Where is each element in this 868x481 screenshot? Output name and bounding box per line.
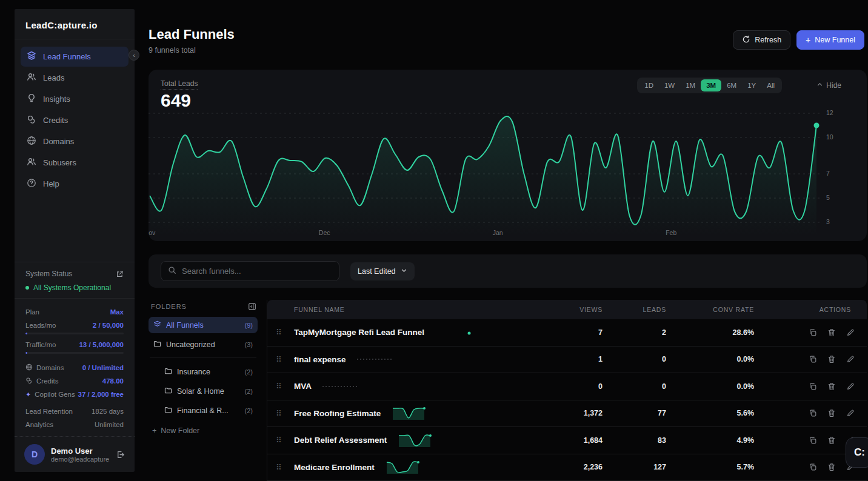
trash-icon[interactable] bbox=[827, 355, 836, 363]
user-email: demo@leadcapture.... bbox=[51, 456, 110, 463]
plan-value: Max bbox=[110, 308, 124, 316]
range-all[interactable]: All bbox=[761, 79, 780, 91]
trash-icon[interactable] bbox=[827, 436, 836, 445]
search-box[interactable] bbox=[161, 261, 339, 281]
sparkline bbox=[396, 433, 435, 448]
drag-handle[interactable]: ⠿ bbox=[276, 382, 294, 391]
duplicate-icon[interactable] bbox=[809, 436, 817, 445]
sort-dropdown[interactable]: Last Edited bbox=[350, 262, 415, 280]
user-profile[interactable]: D Demo User demo@leadcapture.... bbox=[15, 436, 135, 472]
folder-icon bbox=[164, 406, 172, 416]
sidebar-item-domains[interactable]: Domains bbox=[21, 131, 129, 151]
col-actions: ACTIONS bbox=[754, 306, 863, 313]
folder-all-funnels[interactable]: All Funnels (9) bbox=[149, 317, 258, 333]
range-3m[interactable]: 3M bbox=[701, 79, 721, 91]
table-row[interactable]: ⠿ MVA 0 0 0.0% bbox=[267, 373, 867, 400]
leads-value: 83 bbox=[603, 436, 666, 445]
drag-handle[interactable]: ⠿ bbox=[276, 328, 294, 337]
sidebar-item-label: Subusers bbox=[43, 158, 76, 167]
sparkline bbox=[356, 351, 395, 367]
trash-icon[interactable] bbox=[827, 382, 836, 391]
sidebar-item-leads[interactable]: Leads bbox=[21, 68, 129, 88]
sidebar-item-credits[interactable]: Credits bbox=[21, 110, 129, 130]
hide-chart-toggle[interactable]: Hide bbox=[816, 81, 841, 90]
leads-value: 77 bbox=[603, 409, 666, 417]
refresh-button[interactable]: Refresh bbox=[733, 30, 790, 50]
sidebar-item-insights[interactable]: Insights bbox=[21, 89, 129, 109]
logout-icon[interactable] bbox=[116, 450, 125, 459]
folder-count: (2) bbox=[245, 407, 253, 414]
sidebar-item-help[interactable]: Help bbox=[21, 174, 129, 194]
copilot-gens-label: Copilot Gens bbox=[35, 391, 75, 398]
table-row[interactable]: ⠿ Debt Relief Assessment 1,684 83 4.9% bbox=[267, 427, 867, 454]
drag-handle[interactable]: ⠿ bbox=[276, 463, 294, 472]
sidebar-item-label: Insights bbox=[43, 95, 70, 104]
external-link-icon[interactable] bbox=[116, 270, 124, 278]
table-row[interactable]: ⠿ Free Roofing Estimate 1,372 77 5.6% bbox=[267, 400, 867, 428]
views-value: 1 bbox=[539, 355, 603, 363]
funnel-name: Debt Relief Assessment bbox=[294, 436, 387, 445]
sidebar-collapse-button[interactable]: ‹ bbox=[129, 50, 139, 61]
status-dot-icon bbox=[25, 286, 29, 290]
sidebar-item-lead-funnels[interactable]: Lead Funnels bbox=[21, 47, 129, 67]
collapse-panel-icon[interactable] bbox=[248, 302, 256, 311]
folder-financial[interactable]: Financial & R... (2) bbox=[159, 402, 258, 419]
table-row[interactable]: ⠿ final expense 1 0 0.0% bbox=[267, 347, 867, 374]
trash-icon[interactable] bbox=[827, 463, 836, 471]
table-row[interactable]: ⠿ TapMyMortgage Refi Lead Funnel 7 2 28.… bbox=[267, 319, 867, 347]
range-6m[interactable]: 6M bbox=[721, 79, 742, 91]
traffic-progress-bar bbox=[25, 352, 124, 354]
search-input[interactable] bbox=[182, 267, 332, 276]
duplicate-icon[interactable] bbox=[809, 382, 817, 391]
folders-panel: FOLDERS All Funnels (9) Uncategorized (3… bbox=[149, 300, 258, 440]
sparkline bbox=[384, 459, 423, 475]
views-value: 1,372 bbox=[539, 409, 603, 417]
duplicate-icon[interactable] bbox=[809, 328, 817, 337]
views-value: 7 bbox=[539, 328, 603, 337]
y-tick-label: 12 bbox=[826, 109, 833, 116]
search-icon bbox=[168, 266, 176, 277]
edit-icon[interactable] bbox=[846, 409, 855, 417]
assistant-fab-button[interactable]: C: bbox=[846, 437, 868, 468]
drag-handle[interactable]: ⠿ bbox=[276, 436, 294, 445]
range-1m[interactable]: 1M bbox=[680, 79, 701, 91]
trash-icon[interactable] bbox=[827, 328, 836, 337]
funnel-name: final expense bbox=[294, 355, 346, 364]
edit-icon[interactable] bbox=[846, 355, 855, 363]
plus-icon: + bbox=[806, 35, 810, 45]
folder-uncategorized[interactable]: Uncategorized (3) bbox=[149, 336, 258, 353]
col-conv-rate: CONV RATE bbox=[666, 306, 754, 313]
folder-insurance[interactable]: Insurance (2) bbox=[159, 363, 258, 380]
folders-title: FOLDERS bbox=[151, 303, 187, 310]
range-1w[interactable]: 1W bbox=[659, 79, 680, 91]
funnel-name: Medicare Enrollment bbox=[294, 463, 375, 472]
domains-value: 0 / Unlimited bbox=[82, 364, 124, 371]
duplicate-icon[interactable] bbox=[809, 463, 817, 471]
sparkline bbox=[390, 405, 429, 421]
duplicate-icon[interactable] bbox=[809, 409, 817, 417]
drag-handle[interactable]: ⠿ bbox=[276, 355, 294, 364]
range-1d[interactable]: 1D bbox=[639, 79, 659, 91]
folder-label: Solar & Home bbox=[177, 387, 224, 396]
new-folder-button[interactable]: + New Folder bbox=[149, 422, 258, 440]
sidebar-item-label: Domains bbox=[43, 137, 74, 146]
range-1y[interactable]: 1Y bbox=[742, 79, 761, 91]
table-row[interactable]: ⠿ Medicare Enrollment 2,236 127 5.7% bbox=[267, 454, 867, 481]
folder-count: (3) bbox=[245, 341, 253, 348]
conv-rate-value: 5.6% bbox=[666, 409, 754, 417]
sidebar-item-subusers[interactable]: Subusers bbox=[21, 153, 129, 173]
funnel-name: Free Roofing Estimate bbox=[294, 409, 381, 418]
folder-solar-home[interactable]: Solar & Home (2) bbox=[159, 383, 258, 399]
edit-icon[interactable] bbox=[846, 328, 855, 337]
system-status-section: System Status All Systems Operational bbox=[15, 262, 135, 298]
layers-icon bbox=[27, 51, 36, 62]
sparkline bbox=[321, 379, 360, 394]
funnel-toolbar: Last Edited bbox=[149, 254, 867, 288]
conv-rate-value: 0.0% bbox=[666, 355, 754, 363]
drag-handle[interactable]: ⠿ bbox=[276, 409, 294, 418]
duplicate-icon[interactable] bbox=[809, 355, 817, 363]
users-icon bbox=[27, 72, 36, 84]
edit-icon[interactable] bbox=[846, 382, 855, 391]
trash-icon[interactable] bbox=[827, 409, 836, 417]
new-funnel-button[interactable]: + New Funnel bbox=[796, 30, 864, 50]
